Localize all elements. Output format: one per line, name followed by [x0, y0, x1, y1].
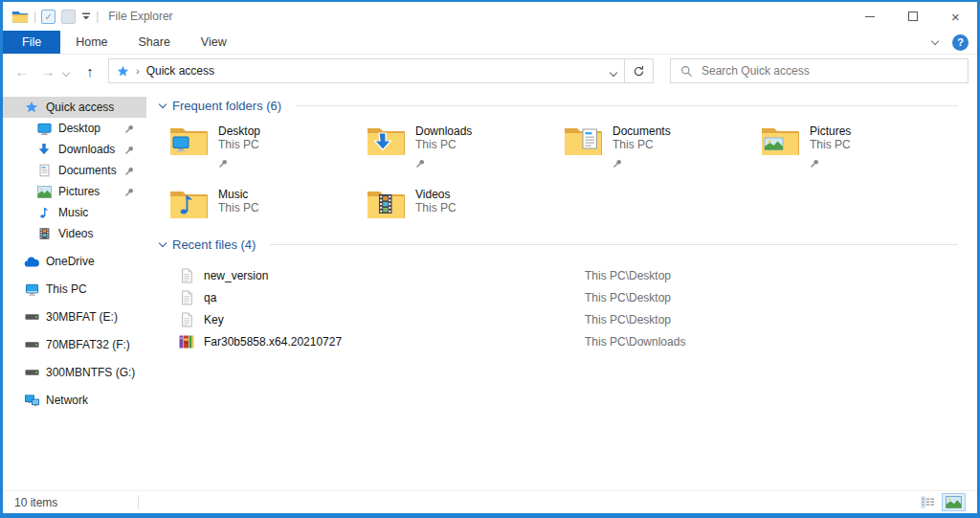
sidebar-item-300mbntfs-g[interactable]: 300MBNTFS (G:) [3, 362, 146, 383]
sidebar-item-this-pc[interactable]: This PC [3, 279, 146, 300]
winrar-archive-icon [178, 334, 194, 349]
sidebar-item-documents[interactable]: Documents [3, 160, 146, 181]
tile-text: DocumentsThis PC [612, 124, 671, 172]
up-button[interactable]: ↑ [79, 63, 100, 79]
sidebar-item-network[interactable]: Network [3, 390, 146, 411]
window-controls: × [848, 2, 977, 31]
sidebar-item-label: 70MBFAT32 (F:) [46, 338, 130, 351]
pin-icon [124, 187, 134, 200]
refresh-button[interactable] [625, 58, 654, 83]
collapse-section-chevron-icon [159, 101, 167, 108]
sidebar-item-videos[interactable]: Videos [3, 223, 146, 244]
file-path: This PC\Desktop [585, 313, 671, 327]
file-name: qa [204, 291, 585, 304]
sidebar-item-label: Downloads [58, 143, 115, 156]
thumbnails-view-icon[interactable] [942, 493, 966, 511]
recent-files-header[interactable]: Recent files (4) [160, 237, 958, 252]
minimize-icon [865, 16, 875, 17]
view-toggles [917, 493, 966, 511]
sidebar-item-downloads[interactable]: Downloads [3, 139, 146, 160]
file-row-new-version[interactable]: new_versionThis PC\Desktop [178, 264, 958, 286]
file-name: new_version [204, 269, 585, 282]
window-body: Quick accessDesktopDownloadsDocumentsPic… [3, 87, 977, 490]
close-icon: × [951, 10, 960, 24]
maximize-button[interactable] [891, 2, 934, 31]
tile-name: Downloads [415, 124, 472, 138]
breadcrumb-location[interactable]: Quick access [146, 64, 214, 78]
video-film-icon [36, 227, 52, 240]
folder-tile-pictures[interactable]: PicturesThis PC [761, 124, 958, 172]
address-dropdown-chevron-icon[interactable] [611, 62, 616, 79]
close-button[interactable]: × [934, 2, 977, 31]
collapse-section-chevron-icon [159, 239, 167, 247]
folder-tile-videos[interactable]: VideosThis PC [367, 188, 564, 218]
recent-locations-chevron-icon[interactable] [63, 62, 75, 79]
pin-icon [124, 145, 134, 158]
file-row-qa[interactable]: qaThis PC\Desktop [178, 286, 958, 308]
tile-name: Videos [415, 188, 457, 201]
sidebar-item-70mbfat32-f[interactable]: 70MBFAT32 (F:) [3, 334, 146, 355]
frequent-folders-header[interactable]: Frequent folders (6) [160, 99, 958, 113]
sidebar-item-music[interactable]: Music [3, 202, 146, 223]
pin-icon [124, 124, 134, 137]
file-row-key[interactable]: KeyThis PC\Desktop [178, 308, 958, 330]
back-button[interactable]: ← [11, 63, 33, 79]
address-bar-group: › Quick access [108, 58, 654, 83]
search-icon [680, 65, 693, 78]
sidebar-item-label: Network [46, 394, 88, 407]
sidebar-item-30mbfat-e[interactable]: 30MBFAT (E:) [3, 306, 146, 327]
tile-name: Desktop [218, 124, 260, 138]
search-input[interactable] [702, 64, 958, 78]
qat-checkbox-icon[interactable]: ✓ [41, 10, 56, 24]
tab-file[interactable]: File [3, 31, 60, 54]
sidebar-item-onedrive[interactable]: OneDrive [3, 251, 146, 272]
section-title: Frequent folders (6) [172, 99, 281, 113]
file-name: Key [204, 313, 585, 327]
sidebar-item-pictures[interactable]: Pictures [3, 181, 146, 202]
sidebar-item-desktop[interactable]: Desktop [3, 118, 146, 139]
picture-photo-icon [36, 186, 52, 198]
tab-view[interactable]: View [186, 31, 242, 54]
pin-icon [612, 155, 671, 172]
pin-icon [218, 155, 260, 172]
expand-ribbon-chevron-icon[interactable] [931, 36, 939, 44]
search-box[interactable] [670, 58, 969, 83]
text-file-icon [178, 312, 194, 327]
qat-customize-icon[interactable] [81, 12, 91, 20]
qat-newfolder-icon[interactable] [61, 10, 76, 24]
tab-home[interactable]: Home [60, 31, 122, 54]
sidebar-item-label: Quick access [46, 101, 114, 114]
folder-tile-downloads[interactable]: DownloadsThis PC [367, 124, 564, 172]
tab-share[interactable]: Share [123, 31, 186, 54]
download-arrow-icon [36, 143, 52, 156]
hard-drive-icon [24, 369, 39, 376]
address-bar[interactable]: › Quick access [108, 58, 625, 83]
folder-tile-desktop[interactable]: DesktopThis PC [169, 124, 367, 172]
forward-button[interactable]: → [37, 63, 58, 79]
network-computers-icon [24, 394, 39, 407]
breadcrumb-chevron-icon[interactable]: › [136, 65, 140, 77]
hard-drive-icon [24, 313, 39, 321]
pin-icon [810, 155, 851, 172]
tile-text: DownloadsThis PC [415, 124, 472, 172]
tile-name: Music [218, 188, 259, 201]
folder-tile-documents[interactable]: DocumentsThis PC [564, 124, 761, 172]
sidebar-item-quick-access[interactable]: Quick access [3, 97, 146, 118]
pin-icon [124, 166, 134, 179]
file-path: This PC\Desktop [585, 291, 671, 304]
maximize-icon [908, 11, 918, 21]
sidebar-item-label: This PC [46, 282, 87, 296]
tile-text: PicturesThis PC [810, 124, 851, 172]
help-icon[interactable]: ? [952, 34, 969, 51]
ribbon-tabs: FileHomeShareView [3, 31, 242, 54]
file-row-far30b5858-x64-20210727[interactable]: Far30b5858.x64.20210727This PC\Downloads [178, 330, 958, 352]
quick-access-star-icon [24, 101, 39, 114]
sidebar-item-label: 30MBFAT (E:) [46, 310, 118, 324]
folder-tile-music[interactable]: MusicThis PC [169, 188, 367, 218]
minimize-button[interactable] [848, 2, 891, 31]
onedrive-cloud-icon [24, 257, 39, 267]
details-view-icon[interactable] [917, 493, 939, 511]
sidebar-item-label: OneDrive [46, 255, 95, 268]
file-name: Far30b5858.x64.20210727 [204, 335, 585, 349]
sidebar-item-label: Desktop [58, 122, 100, 135]
